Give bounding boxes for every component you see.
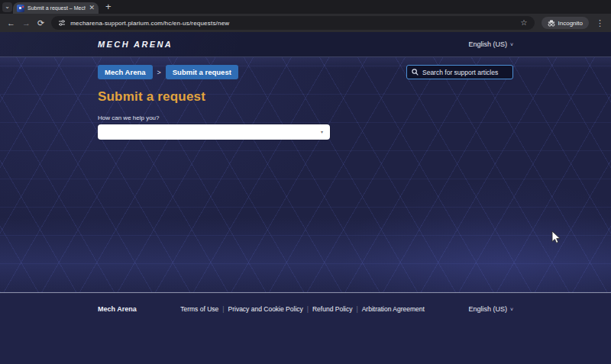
language-label: English (US): [468, 40, 507, 48]
help-topic-label: How can we help you?: [98, 114, 513, 121]
footer-link-refund[interactable]: Refund Policy: [312, 305, 352, 313]
support-search-input[interactable]: [422, 69, 508, 76]
back-button[interactable]: ←: [7, 19, 15, 27]
site-header: MECH ARENA English (US) ˅: [0, 32, 611, 57]
tab-strip: ⌄ Submit a request – Mech Arena ✕ +: [0, 0, 611, 14]
browser-tab[interactable]: Submit a request – Mech Arena ✕: [13, 2, 99, 14]
chevron-down-icon: ˅: [510, 307, 513, 312]
tab-title: Submit a request – Mech Arena: [27, 5, 86, 11]
page-title: Submit a request: [98, 89, 513, 105]
incognito-badge: Incognito: [541, 17, 589, 29]
reload-button[interactable]: ⟳: [37, 19, 44, 27]
breadcrumb-home-link[interactable]: Mech Arena: [98, 65, 153, 79]
tab-close-icon[interactable]: ✕: [89, 5, 95, 11]
footer-link-terms[interactable]: Terms of Use: [180, 305, 218, 313]
help-topic-select[interactable]: ▾: [98, 124, 330, 140]
chevron-down-icon: ⌄: [5, 3, 10, 10]
page-content: MECH ARENA English (US) ˅ Mech Arena > S…: [0, 32, 611, 364]
site-info-icon[interactable]: [58, 19, 66, 27]
mech-arena-favicon: [17, 5, 24, 12]
breadcrumb: Mech Arena > Submit a request: [98, 57, 513, 79]
incognito-label: Incognito: [558, 20, 583, 27]
footer-language-selector[interactable]: English (US) ˅: [468, 305, 513, 313]
chevron-down-icon: ˅: [510, 42, 513, 47]
footer-separator: |: [307, 305, 309, 313]
footer-separator: |: [356, 305, 357, 313]
browser-window: ⌄ Submit a request – Mech Arena ✕ + ← → …: [0, 0, 611, 364]
main-content: Mech Arena > Submit a request Submit a r…: [0, 57, 611, 292]
url-text: mecharena-support.plarium.com/hc/en-us/r…: [70, 20, 516, 27]
forward-button[interactable]: →: [22, 19, 31, 27]
bookmark-star-icon[interactable]: ☆: [521, 19, 528, 27]
footer-link-privacy[interactable]: Privacy and Cookie Policy: [228, 305, 303, 313]
incognito-icon: [548, 20, 555, 27]
support-search-box[interactable]: [406, 65, 513, 79]
footer-links: Terms of Use | Privacy and Cookie Policy…: [180, 305, 425, 313]
browser-menu-icon[interactable]: ⋮: [596, 19, 604, 27]
browser-toolbar: ← → ⟳ mecharena-support.plarium.com/hc/e…: [0, 14, 611, 32]
footer-brand: Mech Arena: [98, 305, 137, 313]
mech-arena-logo[interactable]: MECH ARENA: [98, 40, 173, 49]
footer-separator: |: [222, 305, 224, 313]
breadcrumb-current-link[interactable]: Submit a request: [166, 65, 238, 79]
language-label: English (US): [468, 305, 507, 313]
footer-link-arbitration[interactable]: Arbitration Agreement: [362, 305, 425, 313]
tab-search-button[interactable]: ⌄: [2, 2, 12, 12]
chevron-down-icon: ▾: [321, 130, 323, 134]
search-icon: [412, 69, 419, 76]
header-language-selector[interactable]: English (US) ˅: [468, 40, 513, 48]
breadcrumb-separator: >: [157, 69, 161, 76]
new-tab-button[interactable]: +: [105, 2, 112, 11]
address-bar[interactable]: mecharena-support.plarium.com/hc/en-us/r…: [51, 16, 534, 30]
site-footer: Mech Arena Terms of Use | Privacy and Co…: [0, 292, 611, 364]
